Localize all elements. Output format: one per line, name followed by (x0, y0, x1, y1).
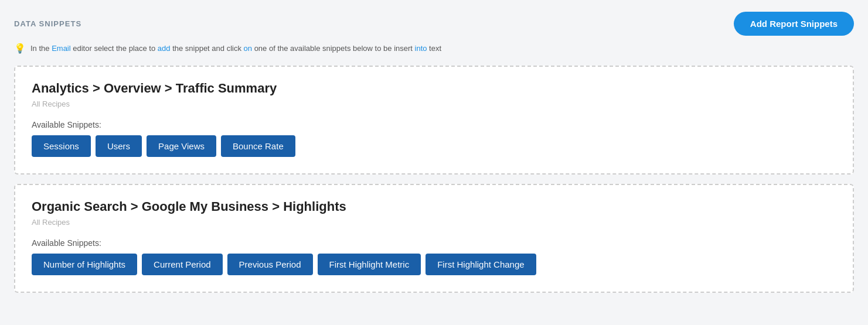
page-container: DATA SNIPPETS Add Report Snippets 💡 In t… (0, 0, 868, 314)
snippet-btn-previous-period[interactable]: Previous Period (227, 254, 313, 275)
snippet-card-organic: Organic Search > Google My Business > Hi… (14, 184, 854, 293)
snippet-btn-page-views[interactable]: Page Views (147, 135, 216, 157)
header-row: DATA SNIPPETS Add Report Snippets (14, 12, 854, 36)
snippet-btn-users[interactable]: Users (96, 135, 142, 157)
info-icon: 💡 (14, 43, 26, 54)
snippet-btn-first-highlight-change[interactable]: First Highlight Change (426, 254, 536, 275)
section-title: DATA SNIPPETS (14, 19, 81, 28)
info-bar: 💡 In the Email editor select the place t… (14, 43, 854, 54)
snippet-btn-bounce-rate[interactable]: Bounce Rate (221, 135, 295, 157)
snippet-btn-first-highlight-metric[interactable]: First Highlight Metric (318, 254, 421, 275)
snippets-buttons-analytics: Sessions Users Page Views Bounce Rate (32, 135, 836, 157)
info-text: In the Email editor select the place to … (30, 44, 441, 53)
add-report-button[interactable]: Add Report Snippets (734, 12, 854, 36)
card-subtitle-organic: All Recipes (32, 218, 836, 227)
card-subtitle-analytics: All Recipes (32, 100, 836, 108)
snippets-buttons-organic: Number of Highlights Current Period Prev… (32, 254, 836, 275)
snippets-label-organic: Available Snippets: (32, 238, 836, 248)
snippet-btn-current-period[interactable]: Current Period (142, 254, 223, 275)
snippet-btn-sessions[interactable]: Sessions (32, 135, 91, 157)
snippet-btn-num-highlights[interactable]: Number of Highlights (32, 254, 137, 275)
card-title-analytics: Analytics > Overview > Traffic Summary (32, 81, 836, 96)
snippets-label-analytics: Available Snippets: (32, 120, 836, 129)
card-title-organic: Organic Search > Google My Business > Hi… (32, 199, 836, 214)
snippet-card-analytics: Analytics > Overview > Traffic Summary A… (14, 66, 854, 175)
